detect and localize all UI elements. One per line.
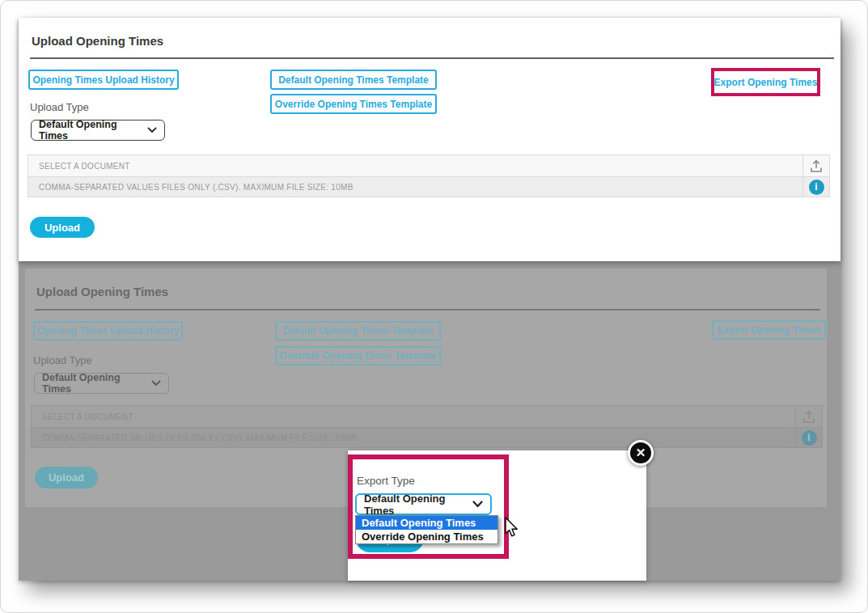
chevron-down-icon [151, 380, 161, 387]
info-icon: i [802, 430, 817, 446]
dimmed-file-select-placeholder: SELECT A DOCUMENT [32, 406, 795, 427]
upload-type-selected-value: Default Opening Times [39, 119, 147, 142]
file-select-box: SELECT A DOCUMENT COMMA-SEPARATED VALUES… [28, 154, 830, 197]
opening-times-upload-history-button[interactable]: Opening Times Upload History [28, 70, 179, 90]
export-dialog: Export Type Default Opening Times Export… [348, 450, 646, 581]
dimmed-file-info-cell: i [795, 428, 822, 447]
upload-opening-times-panel: Upload Opening Times Opening Times Uploa… [19, 18, 840, 261]
page-frame: Upload Opening Times Opening Times Uploa… [0, 0, 868, 613]
dimmed-page-title: Upload Opening Times [36, 285, 168, 298]
upload-tray-icon [802, 409, 816, 424]
screenshot-card: Upload Opening Times Opening Times Uploa… [19, 18, 840, 581]
dimmed-browse-file-cell [795, 406, 822, 427]
export-type-selected-value: Default Opening Times [364, 493, 472, 517]
dimmed-opening-times-upload-history-button: Opening Times Upload History [33, 321, 183, 340]
override-opening-times-template-button[interactable]: Override Opening Times Template [270, 94, 437, 114]
chevron-down-icon [147, 127, 157, 133]
dimmed-header-divider [35, 309, 820, 311]
upload-type-label: Upload Type [30, 101, 89, 113]
header-divider [30, 57, 834, 59]
default-opening-times-template-button[interactable]: Default Opening Times Template [270, 70, 437, 90]
dimmed-upload-type-selected-value: Default Opening Times [42, 372, 151, 395]
upload-tray-icon [809, 159, 824, 173]
mouse-cursor [504, 517, 520, 543]
file-select-row[interactable]: SELECT A DOCUMENT [28, 155, 829, 176]
export-opening-times-button[interactable]: Export Opening Times [716, 72, 815, 92]
export-type-select[interactable]: Default Opening Times [355, 493, 492, 515]
dimmed-export-opening-times-button: Export Opening Times [712, 320, 826, 340]
chevron-down-icon [472, 501, 483, 508]
dimmed-default-opening-times-template-button: Default Opening Times Template [275, 321, 441, 340]
export-type-dropdown-list: Default Opening Times Override Opening T… [355, 515, 498, 544]
dimmed-file-hint-row: COMMA-SEPARATED VALUES FILES ONLY (.CSV)… [32, 427, 822, 447]
upload-button[interactable]: Upload [30, 217, 95, 238]
dropdown-option-override-opening-times[interactable]: Override Opening Times [356, 530, 498, 543]
dimmed-file-hint-text: COMMA-SEPARATED VALUES FILES ONLY (.CSV)… [32, 428, 795, 447]
dimmed-upload-type-label: Upload Type [33, 354, 92, 366]
dimmed-upload-button: Upload [35, 467, 98, 488]
dimmed-upload-type-select: Default Opening Times [34, 373, 169, 394]
dropdown-option-default-opening-times[interactable]: Default Opening Times [356, 516, 498, 530]
dimmed-file-select-row: SELECT A DOCUMENT [32, 406, 822, 427]
dimmed-override-opening-times-template-button: Override Opening Times Template [275, 346, 441, 366]
file-select-placeholder[interactable]: SELECT A DOCUMENT [28, 155, 802, 176]
file-hint-row: COMMA-SEPARATED VALUES FILES ONLY (.CSV)… [28, 176, 829, 197]
export-type-label: Export Type [357, 475, 415, 487]
file-hint-text: COMMA-SEPARATED VALUES FILES ONLY (.CSV)… [28, 177, 802, 197]
dimmed-file-select-box: SELECT A DOCUMENT COMMA-SEPARATED VALUES… [31, 405, 823, 448]
close-icon: ✕ [636, 446, 646, 460]
upload-type-select[interactable]: Default Opening Times [31, 120, 165, 141]
page-title: Upload Opening Times [32, 34, 163, 48]
close-dialog-button[interactable]: ✕ [628, 440, 654, 466]
browse-file-cell[interactable] [802, 155, 829, 176]
info-icon: i [809, 180, 824, 195]
file-info-cell[interactable]: i [802, 177, 829, 197]
